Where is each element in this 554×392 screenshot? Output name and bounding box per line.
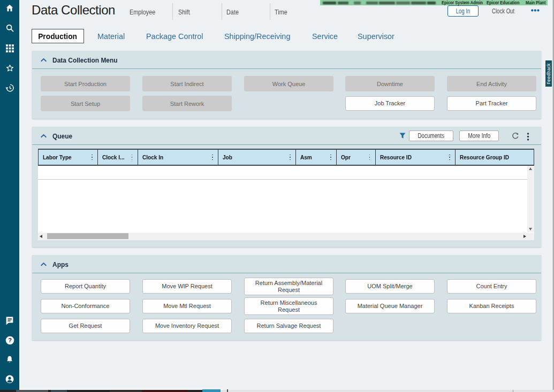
svg-text:?: ? [8, 337, 12, 343]
